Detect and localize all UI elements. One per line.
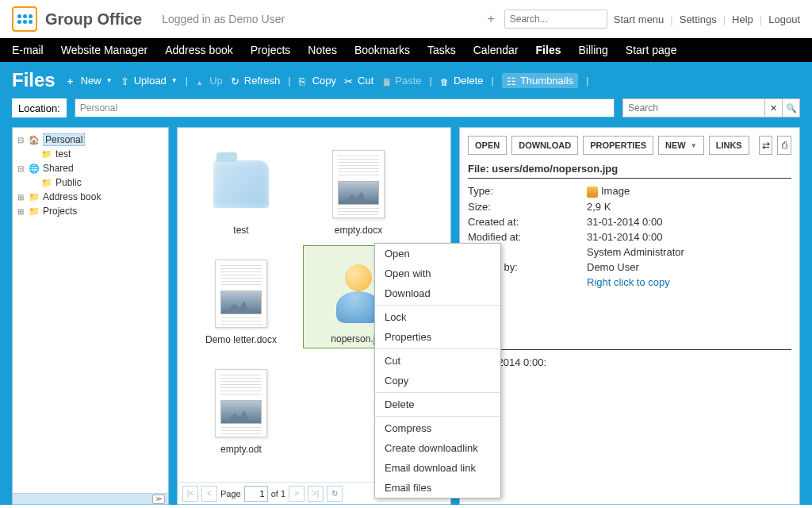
document-icon	[215, 260, 267, 328]
print-button[interactable]: ⎙	[777, 136, 791, 155]
menu-item-email-download-link[interactable]: Email download link	[375, 458, 500, 478]
folder-search-input[interactable]	[622, 98, 765, 117]
tree-node[interactable]: ⊞📁Address book	[16, 190, 165, 204]
tree-node[interactable]: ⊟🏠Personal	[16, 133, 165, 147]
tree-toggle-icon[interactable]: ⊞	[16, 193, 25, 202]
global-search-input[interactable]	[504, 10, 607, 29]
menu-item-open-with[interactable]: Open with	[375, 264, 500, 283]
start-menu-link[interactable]: Start menu	[614, 13, 665, 25]
details-sub-value: 31-01-2014 0:00:	[468, 356, 791, 368]
open-button[interactable]: OPEN	[468, 136, 507, 155]
property-row: System Administrator	[468, 246, 791, 258]
tree-node[interactable]: 📁Public	[16, 175, 165, 190]
property-value[interactable]: Right click to copy	[587, 276, 670, 288]
menu-item-download[interactable]: Download	[375, 283, 500, 303]
thumbnails-button[interactable]: Thumbnails	[502, 73, 578, 88]
paste-button[interactable]: Paste	[381, 75, 421, 87]
page-first-button[interactable]: |<	[182, 486, 198, 502]
refresh-button[interactable]: Refresh	[231, 75, 281, 87]
nav-item-website-manager[interactable]: Website Manager	[61, 44, 147, 56]
context-menu: OpenOpen withDownloadLockPropertiesCutCo…	[374, 243, 501, 498]
menu-item-lock[interactable]: Lock	[375, 307, 500, 327]
page-label: Page	[220, 489, 241, 498]
links-button[interactable]: LINKS	[709, 136, 749, 155]
folder-icon	[213, 160, 269, 208]
property-value: 31-01-2014 0:00	[587, 231, 662, 243]
collapse-icon[interactable]: ≫	[152, 495, 165, 504]
thumbnail-item[interactable]: Demo letter.docx	[186, 245, 297, 348]
menu-item-compress[interactable]: Compress	[375, 418, 500, 438]
tree-toggle-icon[interactable]: ⊟	[16, 136, 25, 144]
nav-item-bookmarks[interactable]: Bookmarks	[354, 44, 410, 56]
home-icon: 🏠	[28, 134, 40, 145]
tree-node[interactable]: 📁test	[16, 147, 165, 161]
arrow-up-icon	[196, 75, 206, 86]
delete-button[interactable]: Delete	[440, 75, 484, 87]
page-prev-button[interactable]: <	[201, 486, 217, 502]
new-dropdown-button[interactable]: NEW▼	[658, 136, 704, 155]
menu-item-delete[interactable]: Delete	[375, 394, 500, 414]
nav-item-projects[interactable]: Projects	[251, 44, 291, 56]
up-button[interactable]: Up	[196, 75, 223, 87]
tree-toggle-icon[interactable]: ⊟	[16, 164, 25, 173]
tree-node[interactable]: ⊟🌐Shared	[16, 161, 165, 175]
thumbnail-name: empty.odt	[220, 444, 262, 455]
swap-button[interactable]: ⇄	[759, 136, 773, 155]
settings-link[interactable]: Settings	[680, 13, 717, 25]
property-value: Image	[587, 185, 630, 198]
plus-icon	[67, 75, 78, 86]
copy-button[interactable]: Copy	[299, 75, 336, 87]
login-status: Logged in as Demo User	[162, 13, 285, 25]
plus-icon[interactable]: +	[487, 12, 494, 26]
location-input[interactable]	[75, 98, 615, 117]
nav-item-e-mail[interactable]: E-mail	[12, 44, 44, 56]
help-link[interactable]: Help	[732, 13, 753, 25]
tree-label[interactable]: Projects	[43, 206, 77, 217]
logout-link[interactable]: Logout	[768, 13, 800, 25]
tree-label[interactable]: Public	[56, 177, 82, 188]
nav-item-tasks[interactable]: Tasks	[427, 44, 456, 56]
thumbnail-item[interactable]: empty.odt	[186, 355, 297, 458]
menu-item-cut[interactable]: Cut	[375, 351, 500, 371]
copy-icon	[299, 75, 309, 86]
nav-item-start-page[interactable]: Start page	[626, 44, 677, 56]
download-button[interactable]: DOWNLOAD	[511, 136, 578, 155]
nav-item-billing[interactable]: Billing	[578, 44, 607, 56]
nav-item-address-book[interactable]: Address book	[165, 44, 233, 56]
cut-button[interactable]: Cut	[344, 75, 373, 87]
tree-label[interactable]: Shared	[43, 163, 74, 174]
menu-item-email-files[interactable]: Email files	[375, 478, 500, 498]
tree-label[interactable]: Personal	[43, 133, 85, 146]
menu-item-properties[interactable]: Properties	[375, 327, 500, 347]
tree-node[interactable]: ⊞📁Projects	[16, 204, 165, 218]
properties-button[interactable]: PROPERTIES	[583, 136, 653, 155]
tree-label[interactable]: Address book	[43, 191, 101, 202]
folder-icon: 📁	[28, 191, 40, 202]
menu-item-copy[interactable]: Copy	[375, 371, 500, 391]
menu-separator	[375, 392, 500, 393]
upload-button[interactable]: Upload▼	[121, 75, 178, 87]
chevron-down-icon: ▼	[691, 142, 697, 149]
tree-toggle-icon[interactable]: ⊞	[16, 207, 25, 216]
tree-label[interactable]: test	[56, 148, 71, 160]
page-title: Files	[12, 69, 56, 91]
thumbnail-item[interactable]: test	[186, 136, 297, 239]
delete-icon	[440, 75, 450, 86]
search-button[interactable]: 🔍	[783, 98, 800, 117]
new-button[interactable]: New▼	[67, 75, 113, 87]
nav-item-files[interactable]: Files	[536, 44, 561, 56]
page-refresh-button[interactable]: ↻	[327, 486, 343, 502]
page-next-button[interactable]: >	[289, 486, 304, 502]
page-last-button[interactable]: >|	[308, 486, 324, 502]
property-row: Type:Image	[468, 185, 791, 198]
clear-search-button[interactable]: ✕	[765, 98, 783, 117]
menu-separator	[375, 348, 500, 349]
tree-scrollbar[interactable]: ≫	[13, 493, 168, 504]
nav-item-notes[interactable]: Notes	[308, 44, 337, 56]
nav-item-calendar[interactable]: Calendar	[473, 44, 519, 56]
property-value: Demo User	[587, 261, 639, 273]
page-input[interactable]	[244, 486, 268, 502]
menu-item-create-downloadlink[interactable]: Create downloadlink	[375, 438, 500, 458]
thumbnail-item[interactable]: empty.docx	[303, 136, 414, 239]
menu-item-open[interactable]: Open	[375, 244, 500, 264]
